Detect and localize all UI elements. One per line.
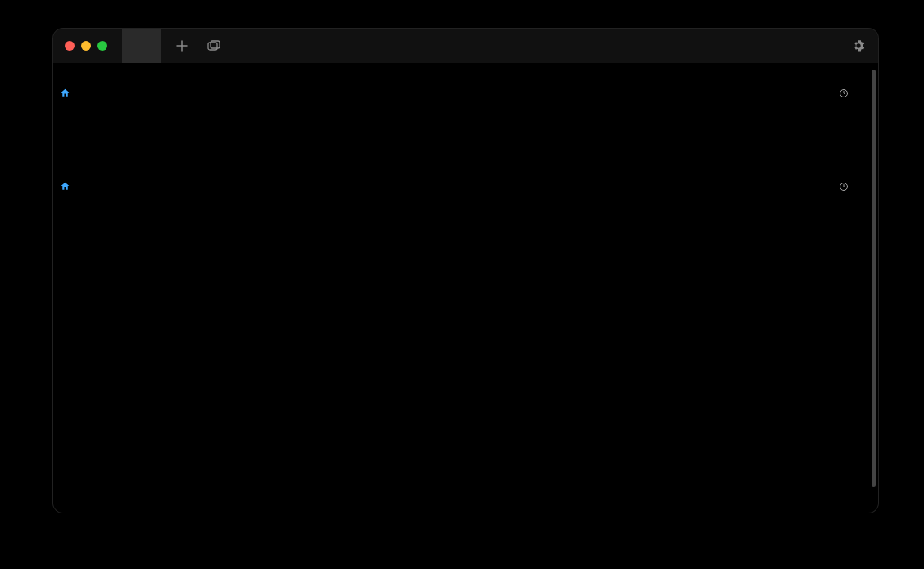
clock-icon (839, 88, 849, 102)
new-tab-icon[interactable] (176, 40, 188, 52)
clock-icon (839, 181, 849, 195)
traffic-lights (53, 41, 107, 51)
maximize-icon[interactable] (97, 41, 107, 51)
prompt-line (60, 71, 867, 87)
close-icon[interactable] (65, 41, 75, 51)
terminal-window (53, 29, 878, 513)
minimize-icon[interactable] (81, 41, 91, 51)
status-line (60, 87, 867, 102)
terminal-body[interactable] (53, 63, 878, 513)
settings-icon[interactable] (852, 39, 865, 52)
status-line (60, 180, 867, 196)
home-icon (60, 181, 70, 195)
scrollbar[interactable] (872, 70, 876, 487)
windows-icon[interactable] (207, 40, 220, 52)
svg-rect-0 (208, 43, 217, 50)
prompt-line (60, 102, 867, 118)
home-icon (60, 88, 70, 102)
titlebar-actions (176, 40, 220, 52)
svg-rect-1 (211, 41, 220, 48)
titlebar (53, 29, 878, 63)
tab-active[interactable] (122, 29, 161, 63)
